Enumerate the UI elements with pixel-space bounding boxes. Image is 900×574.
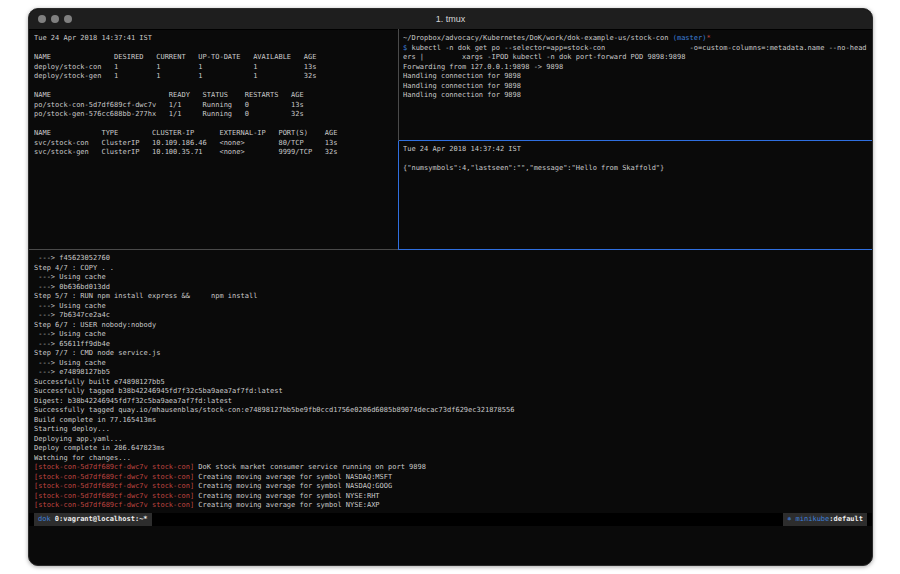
terminal-window: 1. tmux Tue 24 Apr 2018 14:37:41 ISTNAME… (28, 8, 873, 566)
terminal-line: ---> Using cache (34, 359, 872, 369)
window-title: 1. tmux (29, 14, 872, 24)
pane-divider-vertical-active[interactable] (398, 141, 399, 250)
kube-namespace: :default (829, 515, 863, 523)
pane-divider-bottom-inactive[interactable] (29, 249, 398, 250)
terminal-line: svc/stock-gen ClusterIP 10.100.35.71 <no… (34, 148, 396, 158)
terminal-line: Step 5/7 : RUN npm install express && np… (34, 292, 872, 302)
pane-divider-vertical-inactive[interactable] (398, 29, 399, 141)
terminal-line: Successfully built e74898127bb5 (34, 378, 872, 388)
terminal-line: ---> 65611ff9db4e (34, 340, 872, 350)
terminal-line: deploy/stock-gen 1 1 1 1 32s (34, 72, 396, 82)
terminal-line: Forwarding from 127.0.0.1:9898 -> 9898 (403, 63, 872, 73)
terminal-line: Watching for changes... (34, 454, 872, 464)
terminal-line: Step 4/7 : COPY . . (34, 264, 872, 274)
terminal-line: ---> Using cache (34, 302, 872, 312)
terminal-line: Tue 24 Apr 2018 14:37:42 IST (403, 145, 872, 155)
terminal-line: po/stock-gen-576cc688bb-277hx 1/1 Runnin… (34, 110, 396, 120)
pane-port-forward[interactable]: ~/Dropbox/advocacy/Kubernetes/DoK/work/d… (403, 34, 872, 138)
terminal-line: po/stock-con-5d7df689cf-dwc7v 1/1 Runnin… (34, 101, 396, 111)
terminal-line: Tue 24 Apr 2018 14:37:41 IST (34, 34, 396, 44)
terminal-line: svc/stock-con ClusterIP 10.109.186.46 <n… (34, 139, 396, 149)
pane-kubectl-watch[interactable]: Tue 24 Apr 2018 14:37:41 ISTNAME DESIRED… (34, 34, 396, 244)
terminal-line: Successfully tagged b38b42246945fd7f32c5… (34, 387, 872, 397)
terminal-line: ---> 0b636bd013dd (34, 283, 872, 293)
terminal-line: [stock-con-5d7df689cf-dwc7v stock-con] C… (34, 473, 872, 483)
terminal-line (34, 82, 396, 92)
terminal-line: $ kubectl -n dok get po --selector=app=s… (403, 44, 872, 54)
terminal-line: [stock-con-5d7df689cf-dwc7v stock-con] C… (34, 501, 872, 511)
terminal-line: Build complete in 77.165413ms (34, 416, 872, 426)
tmux-status-bar: dok 0:vagrant@localhost:~* ⎈ minikube:de… (29, 513, 872, 526)
terminal-line: [stock-con-5d7df689cf-dwc7v stock-con] D… (34, 463, 872, 473)
pane-stock-message[interactable]: Tue 24 Apr 2018 14:37:42 IST{"numsymbols… (403, 145, 872, 245)
terminal-line: Handling connection for 9898 (403, 72, 872, 82)
pane-skaffold-build[interactable]: ---> f45623052760Step 4/7 : COPY . . ---… (34, 254, 872, 512)
terminal-line: Handling connection for 9898 (403, 91, 872, 101)
terminal-line: Step 6/7 : USER nobody:nobody (34, 321, 872, 331)
terminal-line: {"numsymbols":4,"lastseen":"","message":… (403, 164, 872, 174)
terminal-line: ---> Using cache (34, 330, 872, 340)
page: 1. tmux Tue 24 Apr 2018 14:37:41 ISTNAME… (0, 0, 900, 574)
terminal-line: Deploy complete in 286.647823ms (34, 444, 872, 454)
terminal-line: ~/Dropbox/advocacy/Kubernetes/DoK/work/d… (403, 34, 872, 44)
terminal-line: Digest: b38b42246945fd7f32c5ba9aea7af7fd… (34, 397, 872, 407)
kube-context: minikube (796, 515, 830, 523)
session-name: dok (38, 515, 55, 523)
active-window-item[interactable]: 0:vagrant@localhost:~* (55, 515, 148, 523)
terminal-line: deploy/stock-con 1 1 1 1 13s (34, 63, 396, 73)
terminal-line: [stock-con-5d7df689cf-dwc7v stock-con] C… (34, 482, 872, 492)
terminal-line: Deploying app.yaml... (34, 435, 872, 445)
status-right-segment: ⎈ minikube:default (783, 513, 867, 526)
helm-icon: ⎈ (787, 515, 795, 523)
terminal-line: Step 7/7 : CMD node service.js (34, 349, 872, 359)
pane-divider-bottom-active[interactable] (398, 249, 873, 250)
terminal-line: ers | xargs -IPOD kubectl -n dok port-fo… (403, 53, 872, 63)
terminal-line (34, 44, 396, 54)
terminal-line: Starting deploy... (34, 425, 872, 435)
terminal-line: ---> 7b6347ce2a4c (34, 311, 872, 321)
terminal-line: ---> f45623052760 (34, 254, 872, 264)
terminal-line (403, 155, 872, 165)
terminal-line: Successfully tagged quay.io/mhausenblas/… (34, 406, 872, 416)
terminal-line: NAME TYPE CLUSTER-IP EXTERNAL-IP PORT(S)… (34, 129, 396, 139)
terminal-line: NAME DESIRED CURRENT UP-TO-DATE AVAILABL… (34, 53, 396, 63)
window-titlebar: 1. tmux (29, 9, 872, 30)
terminal-line: ---> Using cache (34, 273, 872, 283)
terminal-line: Handling connection for 9898 (403, 82, 872, 92)
status-left-segment[interactable]: dok 0:vagrant@localhost:~* (34, 513, 152, 526)
pane-divider-horizontal-active[interactable] (399, 140, 873, 141)
terminal-line (34, 120, 396, 130)
terminal-line: ---> e74898127bb5 (34, 368, 872, 378)
terminal-line: NAME READY STATUS RESTARTS AGE (34, 91, 396, 101)
terminal-line: [stock-con-5d7df689cf-dwc7v stock-con] C… (34, 492, 872, 502)
